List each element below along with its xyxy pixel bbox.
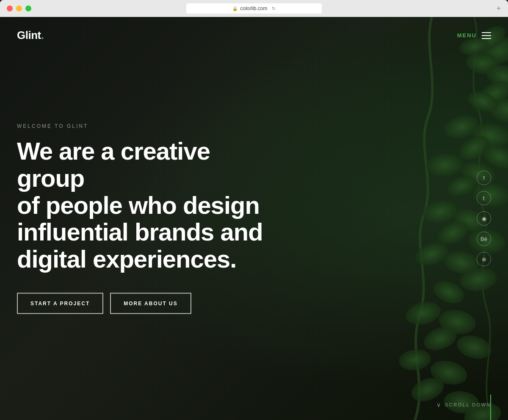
scroll-down-label: SCROLL DOWN <box>445 402 491 407</box>
maximize-button[interactable] <box>25 6 31 11</box>
hero-content: WELCOME TO GLINT We are a creative group… <box>17 123 279 314</box>
scroll-indicator-line <box>490 395 491 420</box>
instagram-icon[interactable]: ◉ <box>477 211 491 226</box>
hero-heading-line3: influential brands and <box>17 218 263 246</box>
start-project-button[interactable]: START A PROJECT <box>17 293 103 314</box>
website-container: Glint. MENU WELCOME TO GLINT We are a cr… <box>0 17 508 420</box>
svg-point-12 <box>425 152 464 178</box>
facebook-icon[interactable]: f <box>477 171 491 185</box>
hero-heading-line1: We are a creative group <box>17 137 210 192</box>
hamburger-line-2 <box>482 35 491 36</box>
more-about-us-button[interactable]: MORE ABOUT US <box>110 293 191 314</box>
hamburger-line-3 <box>482 38 491 39</box>
twitter-icon[interactable]: 𝕥 <box>477 191 491 205</box>
hamburger-menu[interactable] <box>482 32 491 39</box>
nav-right: MENU <box>457 32 491 39</box>
minimize-button[interactable] <box>16 6 22 11</box>
lock-icon: 🔒 <box>232 6 237 11</box>
scroll-chevron-icon: ∨ <box>436 401 441 408</box>
social-icons: f 𝕥 ◉ Bé ⊕ <box>477 171 491 266</box>
behance-icon[interactable]: Bé <box>477 232 491 246</box>
scroll-down[interactable]: ∨ SCROLL DOWN <box>436 401 491 408</box>
url-text: colorlib.com <box>240 6 267 11</box>
svg-point-28 <box>398 348 432 372</box>
menu-label: MENU <box>457 32 477 39</box>
logo-dot: . <box>41 29 44 41</box>
address-bar[interactable]: 🔒 colorlib.com ↻ <box>186 3 322 14</box>
hero-heading-line4: digital experiences. <box>17 245 236 273</box>
svg-point-24 <box>403 298 443 329</box>
hamburger-line-1 <box>482 32 491 33</box>
cta-buttons: START A PROJECT MORE ABOUT US <box>17 293 279 314</box>
welcome-label: WELCOME TO GLINT <box>17 123 279 129</box>
leaves-illustration <box>296 17 508 420</box>
window-chrome: 🔒 colorlib.com ↻ + <box>0 0 508 17</box>
new-tab-button[interactable]: + <box>494 4 503 13</box>
traffic-lights <box>0 6 31 11</box>
navbar: Glint. MENU <box>0 17 508 54</box>
dribbble-icon[interactable]: ⊕ <box>477 252 491 266</box>
close-button[interactable] <box>7 6 13 11</box>
logo-text: Glint <box>17 29 41 41</box>
hero-heading: We are a creative group of people who de… <box>17 138 279 273</box>
hero-heading-line2: of people who design <box>17 191 260 218</box>
refresh-icon[interactable]: ↻ <box>272 6 276 11</box>
logo[interactable]: Glint. <box>17 29 44 42</box>
